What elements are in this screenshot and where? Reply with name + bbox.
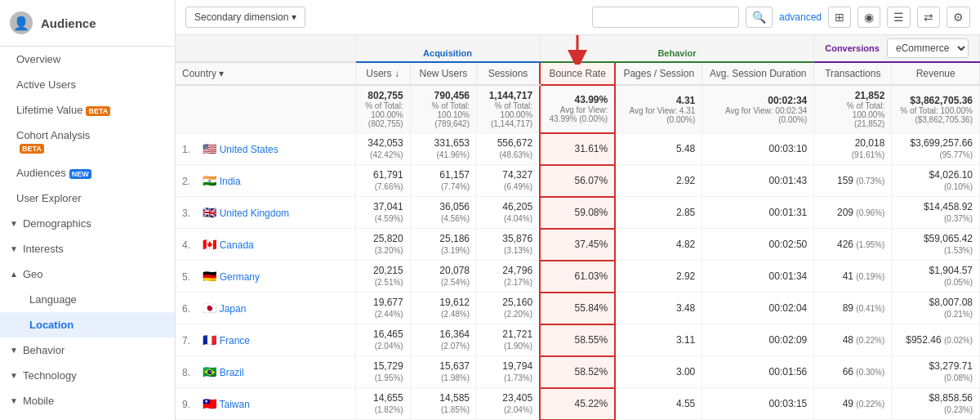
country-link[interactable]: Canada — [220, 239, 254, 251]
totals-sessions: 1,144,717 % of Total: 100.00% (1,144,717… — [477, 85, 541, 133]
sidebar-item-cohort-analysis[interactable]: Cohort AnalysisBETA — [0, 123, 175, 160]
sessions-cell: 556,672 (48.63%) — [477, 133, 541, 165]
compare-button[interactable]: ⇄ — [917, 7, 940, 28]
lifetime-value-badge: BETA — [86, 106, 110, 116]
dropdown-arrow-icon: ▾ — [292, 11, 296, 23]
totals-transactions: 21,852 % of Total: 100.00% (21,852) — [814, 85, 892, 133]
data-table: Acquisition Behavior Conversions eCommer… — [176, 35, 980, 420]
pie-view-button[interactable]: ◉ — [858, 7, 880, 28]
totals-new-users: 790,456 % of Total: 100.10% (789,642) — [410, 85, 476, 133]
bounce-rate-cell: 45.22% — [540, 388, 615, 420]
new-users-cell: 19,612 (2.48%) — [410, 293, 476, 324]
new-users-cell: 15,637 (1.98%) — [410, 356, 476, 388]
country-link[interactable]: United Kingdom — [220, 208, 289, 219]
col-header-country[interactable]: Country ▾ — [176, 62, 355, 85]
toolbar: Secondary dimension ▾ 🔍 advanced ⊞ ◉ ☰ ⇄… — [176, 0, 980, 35]
table-row: 3. 🇬🇧 United Kingdom 37,041 (4.59%) 36,0… — [176, 197, 980, 229]
sidebar-item-audiences[interactable]: AudiencesNEW — [0, 160, 175, 185]
col-header-transactions[interactable]: Transactions — [814, 62, 892, 85]
country-cell-2: 3. 🇬🇧 United Kingdom — [176, 197, 355, 229]
group-header-empty — [176, 35, 355, 62]
col-header-new-users[interactable]: New Users — [410, 62, 476, 85]
users-cell: 14,655 (1.82%) — [355, 388, 410, 420]
country-link[interactable]: United States — [220, 144, 278, 155]
secondary-dimension-button[interactable]: Secondary dimension ▾ — [185, 7, 305, 28]
sidebar-section-interests[interactable]: ▼ Interests — [0, 236, 175, 261]
behavior-arrow: ▼ — [10, 346, 18, 355]
avg-session-cell: 00:01:43 — [702, 165, 814, 197]
new-users-cell: 25,186 (3.19%) — [410, 229, 476, 261]
ecommerce-dropdown[interactable]: eCommerce — [887, 38, 969, 58]
col-header-users[interactable]: Users ↓ — [355, 62, 410, 85]
country-cell-4: 5. 🇩🇪 Germany — [176, 261, 355, 293]
users-cell: 61,791 (7.66%) — [355, 165, 410, 197]
totals-avg-session: 00:02:34 Avg for View: 00:02:34 (0.00%) — [702, 85, 814, 133]
sidebar-item-active-users[interactable]: Active Users — [0, 72, 175, 97]
col-header-avg-session[interactable]: Avg. Session Duration — [702, 62, 814, 85]
sidebar-section-behavior[interactable]: ▼ Behavior — [0, 337, 175, 363]
revenue-cell: $3,699,257.66 (95.77%) — [892, 133, 980, 165]
table-row: 5. 🇩🇪 Germany 20,215 (2.51%) 20,078 (2.5… — [176, 261, 980, 293]
country-link[interactable]: Japan — [220, 303, 247, 315]
grid-view-button[interactable]: ⊞ — [828, 7, 851, 28]
col-header-bounce-rate[interactable]: Bounce Rate — [540, 62, 615, 85]
search-button[interactable]: 🔍 — [746, 7, 773, 28]
main-content: Secondary dimension ▾ 🔍 advanced ⊞ ◉ ☰ ⇄… — [176, 0, 980, 420]
country-cell-3: 4. 🇨🇦 Canada — [176, 229, 355, 261]
sidebar-header: 👤 Audience — [0, 0, 175, 47]
totals-label-cell — [176, 85, 355, 133]
users-cell: 20,215 (2.51%) — [355, 261, 410, 293]
transactions-cell: 66 (0.30%) — [814, 356, 892, 388]
group-header-behavior: Behavior — [540, 35, 814, 62]
sidebar-item-language[interactable]: Language — [0, 287, 175, 312]
avg-session-cell: 00:01:31 — [702, 197, 814, 229]
bounce-rate-cell: 61.03% — [540, 261, 615, 293]
users-cell: 15,729 (1.95%) — [355, 356, 410, 388]
sessions-cell: 46,205 (4.04%) — [477, 197, 541, 229]
sidebar-section-demographics[interactable]: ▼ Demographics — [0, 211, 175, 236]
sidebar-item-user-explorer[interactable]: User Explorer — [0, 185, 175, 211]
interests-arrow: ▼ — [10, 244, 18, 253]
revenue-cell: $3,279.71 (0.08%) — [892, 356, 980, 388]
country-link[interactable]: Brazil — [220, 367, 244, 378]
avg-session-cell: 00:02:09 — [702, 324, 814, 356]
group-header-conversions: Conversions eCommerce — [814, 35, 980, 62]
sessions-cell: 35,876 (3.13%) — [477, 229, 541, 261]
table-row: 1. 🇺🇸 United States 342,053 (42.42%) 331… — [176, 133, 980, 165]
country-link[interactable]: France — [220, 335, 250, 346]
transactions-cell: 89 (0.41%) — [814, 293, 892, 324]
sidebar-section-geo[interactable]: ▲ Geo — [0, 261, 175, 287]
col-header-sessions[interactable]: Sessions — [477, 62, 541, 85]
sessions-cell: 74,327 (6.49%) — [477, 165, 541, 197]
sidebar-section-technology[interactable]: ▼ Technology — [0, 363, 175, 388]
pages-session-cell: 2.92 — [615, 165, 702, 197]
mobile-arrow: ▼ — [10, 396, 18, 405]
sidebar-item-location[interactable]: Location — [0, 312, 175, 337]
country-flag: 🇹🇼 — [203, 397, 216, 410]
col-header-pages-session[interactable]: Pages / Session — [615, 62, 702, 85]
column-header-row: Country ▾ Users ↓ New Users Sessions Bou… — [176, 62, 980, 85]
country-flag: 🇩🇪 — [203, 270, 216, 283]
revenue-cell: $4,026.10 (0.10%) — [892, 165, 980, 197]
country-link[interactable]: Germany — [220, 271, 260, 283]
sidebar-item-lifetime-value[interactable]: Lifetime ValueBETA — [0, 97, 175, 123]
search-input[interactable] — [592, 7, 739, 28]
group-header-row: Acquisition Behavior Conversions eCommer… — [176, 35, 980, 62]
advanced-link[interactable]: advanced — [779, 11, 822, 23]
users-cell: 16,465 (2.04%) — [355, 324, 410, 356]
technology-arrow: ▼ — [10, 371, 18, 380]
table-row: 6. 🇯🇵 Japan 19,677 (2.44%) 19,612 (2.48%… — [176, 293, 980, 324]
sidebar-item-overview[interactable]: Overview — [0, 47, 175, 72]
users-cell: 19,677 (2.44%) — [355, 293, 410, 324]
country-link[interactable]: Taiwan — [219, 399, 249, 410]
bounce-rate-cell: 58.55% — [540, 324, 615, 356]
country-link[interactable]: India — [220, 176, 241, 187]
col-header-revenue[interactable]: Revenue — [892, 62, 980, 85]
new-users-cell: 61,157 (7.74%) — [410, 165, 476, 197]
sidebar-section-mobile[interactable]: ▼ Mobile — [0, 388, 175, 413]
row-number: 4. — [182, 239, 197, 251]
row-number: 3. — [182, 208, 197, 219]
pages-session-cell: 3.48 — [615, 293, 702, 324]
list-view-button[interactable]: ☰ — [887, 7, 911, 28]
settings-button[interactable]: ⚙ — [947, 7, 970, 28]
